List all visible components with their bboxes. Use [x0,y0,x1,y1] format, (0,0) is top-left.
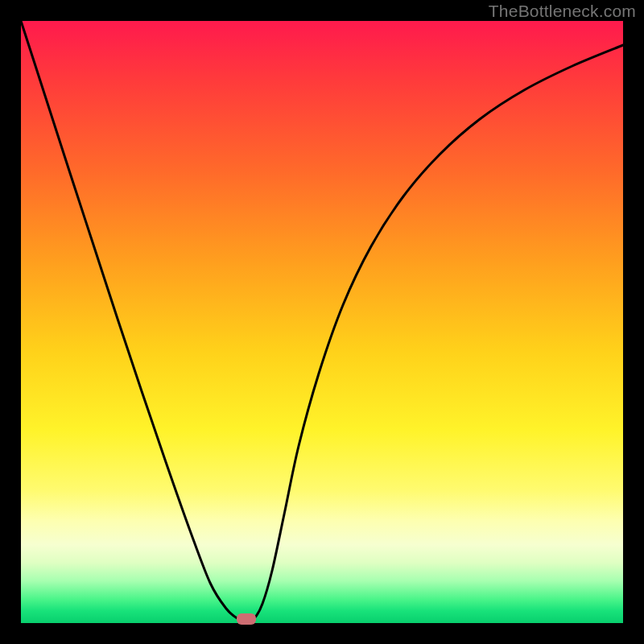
chart-frame: TheBottleneck.com [0,0,644,644]
watermark-text: TheBottleneck.com [489,2,636,21]
bottleneck-curve [21,21,623,621]
curve-layer [21,21,623,623]
optimum-marker [237,613,256,625]
